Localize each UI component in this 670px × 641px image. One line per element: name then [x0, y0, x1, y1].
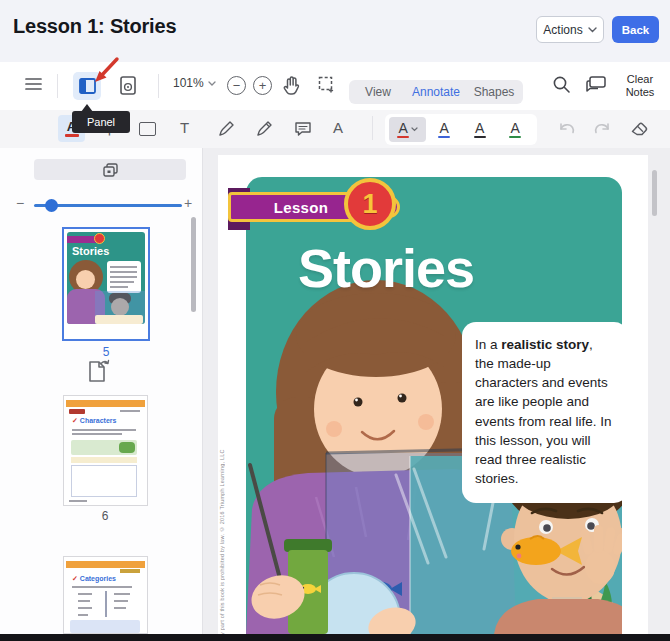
- tab-shapes[interactable]: Shapes: [465, 85, 523, 99]
- thumbnail-page-7[interactable]: ✓ Categories: [63, 556, 148, 634]
- font-color-swatches: A A A A: [385, 114, 537, 145]
- chevron-down-icon: [208, 81, 216, 86]
- thumbnail-size-slider-knob[interactable]: [45, 199, 58, 212]
- eraser-button[interactable]: [630, 119, 649, 137]
- intro-text: , the made-up characters and events are …: [475, 337, 612, 486]
- document-page[interactable]: y part of this book is prohibited by law…: [218, 155, 648, 634]
- font-color-black[interactable]: A: [462, 121, 498, 138]
- plus-icon: +: [184, 195, 192, 211]
- red-arrow-annotation: [88, 56, 122, 90]
- font-color-red-selected[interactable]: A: [389, 117, 426, 142]
- page-layout-button[interactable]: [34, 159, 186, 180]
- menu-button[interactable]: [25, 77, 42, 91]
- thumbnail-page-5[interactable]: Stories: [62, 227, 150, 341]
- red-underline: [65, 134, 79, 137]
- marquee-selection-icon: [318, 76, 335, 93]
- bottom-edge-bar: [0, 634, 670, 641]
- chevron-down-icon: [411, 127, 418, 132]
- redo-icon: [593, 120, 611, 136]
- comment-note-tool[interactable]: [294, 121, 312, 137]
- intro-text-bold: realistic story: [501, 337, 589, 352]
- clear-notes-button[interactable]: Clear Notes: [620, 73, 660, 99]
- redo-button[interactable]: [593, 120, 611, 136]
- check-icon: ✓: [72, 417, 78, 424]
- letter-a-icon: A: [511, 121, 520, 135]
- font-color-green[interactable]: A: [497, 121, 533, 138]
- toolbar-divider: [57, 74, 58, 98]
- hand-icon: [283, 75, 300, 95]
- zoom-in-button[interactable]: +: [253, 76, 272, 95]
- sidebar-scrollbar[interactable]: [191, 217, 196, 312]
- tab-annotate[interactable]: Annotate: [407, 85, 465, 99]
- new-page-icon: [86, 359, 110, 385]
- toolbar-divider: [158, 74, 159, 98]
- page-header: Lesson 1: Stories Actions Back: [0, 0, 670, 62]
- viewer-content: − + Stories: [0, 148, 670, 634]
- intro-text-box: In a realistic story, the made-up charac…: [462, 322, 622, 503]
- actions-button[interactable]: Actions: [536, 16, 604, 43]
- letter-t-icon: T: [180, 119, 189, 136]
- font-color-blue[interactable]: A: [426, 121, 462, 138]
- document-icon: [120, 76, 136, 95]
- select-area-button[interactable]: [318, 76, 335, 93]
- mini-blue-box: [70, 620, 140, 633]
- font-tool[interactable]: A: [333, 119, 343, 136]
- mini-heading: ✓ Categories: [72, 575, 116, 583]
- mini-skills-box: [95, 315, 143, 324]
- mini-orange-band: [66, 400, 145, 407]
- document-scrollbar[interactable]: [652, 170, 657, 216]
- mini-tan-strip: [71, 457, 137, 463]
- mini-green-box: [71, 440, 137, 455]
- rectangle-tool[interactable]: [139, 122, 156, 136]
- zoom-level-dropdown[interactable]: 101%: [173, 76, 216, 90]
- hamburger-icon: [25, 77, 42, 91]
- tab-view[interactable]: View: [349, 85, 407, 99]
- thumbnail-page-6[interactable]: ✓ Characters: [63, 395, 148, 506]
- mini-girl-face: [76, 270, 95, 289]
- pen-tool[interactable]: [218, 120, 235, 137]
- letter-a-icon: A: [333, 119, 343, 136]
- chat-bubble-icon: [586, 76, 606, 93]
- lesson-cover: Stories In a realistic story, the made-u…: [246, 177, 622, 634]
- text-tool[interactable]: T: [180, 119, 189, 136]
- page-preview-button[interactable]: [120, 76, 136, 95]
- actions-button-label: Actions: [543, 23, 582, 37]
- lesson-ribbon-label: Lesson: [274, 199, 328, 216]
- plus-icon: +: [259, 79, 267, 92]
- lesson-number: 1: [362, 189, 377, 220]
- chevron-down-icon: [588, 27, 597, 33]
- undo-icon: [558, 120, 576, 136]
- back-button-label: Back: [622, 24, 650, 36]
- mini-red-tag: [69, 409, 85, 414]
- thumbnail-size-increase[interactable]: +: [184, 195, 192, 211]
- check-icon: ✓: [72, 575, 78, 582]
- lesson-title: Stories: [298, 237, 474, 299]
- pages-icon: [103, 163, 118, 177]
- zoom-out-button[interactable]: −: [227, 76, 246, 95]
- mini-tag: [120, 569, 140, 573]
- search-icon: [552, 75, 571, 94]
- pan-tool-button[interactable]: [283, 75, 300, 95]
- highlighter-icon: [256, 120, 273, 137]
- back-button[interactable]: Back: [612, 16, 659, 43]
- minus-icon: −: [16, 195, 24, 211]
- comments-button[interactable]: [586, 76, 606, 93]
- pen-icon: [218, 120, 235, 137]
- color-underline: [438, 136, 450, 138]
- copyright-text: y part of this book is prohibited by law…: [219, 450, 229, 634]
- highlighter-tool[interactable]: [256, 120, 273, 137]
- page-title: Lesson 1: Stories: [13, 15, 176, 38]
- letter-a-icon: A: [399, 121, 408, 135]
- letter-a-icon: A: [475, 121, 484, 135]
- undo-button[interactable]: [558, 120, 576, 136]
- search-button[interactable]: [552, 75, 571, 94]
- thumbnail-size-decrease[interactable]: −: [16, 195, 24, 211]
- thumbnail-sidebar: − + Stories: [0, 148, 203, 634]
- intro-text: In a: [475, 337, 501, 352]
- page-number-5: 5: [62, 345, 150, 359]
- mini-lesson-cover: Stories: [67, 232, 145, 324]
- letter-a-icon: A: [440, 121, 449, 135]
- insert-page-button[interactable]: [86, 359, 110, 389]
- toolbar-divider: [372, 116, 373, 140]
- panel-tooltip: Panel: [72, 111, 130, 133]
